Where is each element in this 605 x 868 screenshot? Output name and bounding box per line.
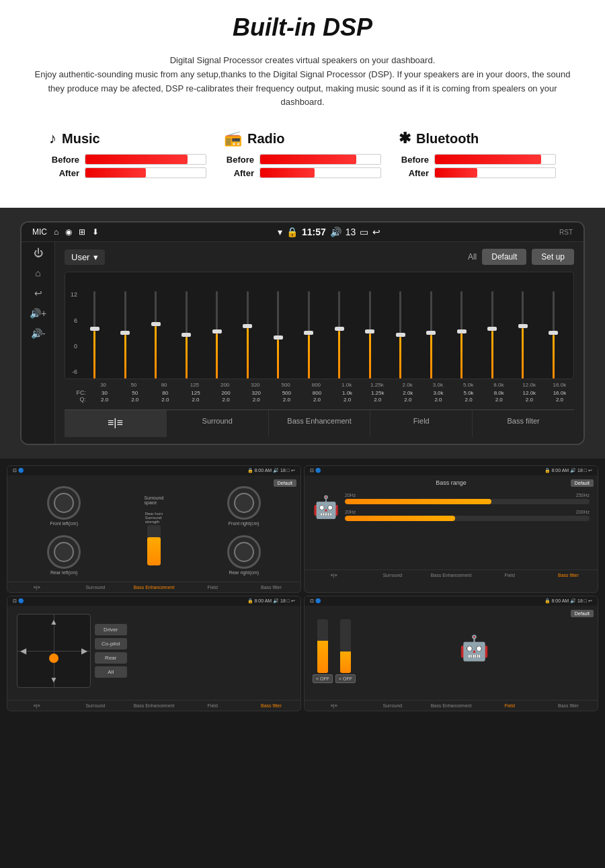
right-arrow-icon: ▶	[81, 646, 87, 656]
ss4-tab-surround[interactable]: Surround	[363, 701, 421, 711]
bass-range-labels-2: 20Hz 200Hz	[345, 510, 590, 514]
power-icon[interactable]: ⏻	[34, 247, 43, 258]
front-right-dial[interactable]	[227, 486, 261, 520]
bass-slider-track-1[interactable]	[317, 619, 328, 673]
field-btn-all[interactable]: All	[95, 666, 127, 678]
bass-range-default-btn[interactable]: Default	[571, 479, 594, 487]
fader-col-80[interactable]	[141, 291, 171, 379]
ss3-tab-eq[interactable]: ≡|≡	[7, 701, 66, 711]
after-bar-radio-fill	[260, 168, 315, 177]
ss3-tab-surround[interactable]: Surround	[66, 701, 124, 711]
bass-slider-track-2[interactable]	[340, 619, 351, 673]
back-sidebar-icon[interactable]: ↩	[34, 288, 42, 299]
tab-surround[interactable]: Surround	[167, 410, 269, 437]
fader-col-800[interactable]	[294, 291, 324, 379]
setup-button[interactable]: Set up	[532, 249, 574, 265]
bass-filter-content: < OFF < OFF 🤖	[310, 610, 592, 686]
fader-col-12.0k[interactable]	[508, 291, 538, 379]
vol-down-icon[interactable]: 🔊-	[31, 328, 46, 339]
ss2-tab-bass-enh[interactable]: Bass Enhancement	[421, 570, 480, 580]
fader-col-500[interactable]	[264, 291, 293, 379]
fader-handle-12.0k[interactable]	[518, 324, 528, 328]
fader-col-50[interactable]	[111, 291, 140, 379]
rear-horn-bar: Rear hornSurroundstrength	[145, 512, 163, 565]
ss1-tab-surround[interactable]: Surround	[66, 582, 124, 592]
bass-range-track-2[interactable]	[345, 516, 590, 521]
field-btn-driver[interactable]: Driver	[95, 624, 127, 635]
fader-col-30[interactable]	[80, 291, 110, 379]
ss2-tab-eq[interactable]: ≡|≡	[305, 570, 363, 580]
center-labels: Surroundspace Rear hornSurroundstrength	[145, 496, 164, 565]
ss1-tab-eq[interactable]: ≡|≡	[7, 582, 66, 592]
ss1-tab-field[interactable]: Field	[184, 582, 242, 592]
fader-col-3.0k[interactable]	[417, 291, 446, 379]
ss4-tab-bass-filter[interactable]: Bass filter	[539, 701, 598, 711]
tab-bass-filter[interactable]: Bass filter	[473, 410, 574, 437]
ss4-tab-field[interactable]: Field	[481, 701, 539, 711]
ss3-tab-bass-enh[interactable]: Bass Enhancement	[124, 701, 183, 711]
fader-handle-80[interactable]	[151, 322, 161, 326]
home-icon: ⌂	[54, 227, 58, 237]
fader-col-320[interactable]	[233, 291, 263, 379]
fader-handle-1.0k[interactable]	[335, 327, 344, 331]
fader-col-1.25k[interactable]	[356, 291, 385, 379]
tab-bass-enhancement[interactable]: Bass Enhancement	[269, 410, 371, 437]
fader-col-16.0k[interactable]	[539, 291, 569, 379]
tab-field[interactable]: Field	[370, 410, 473, 437]
tab-eq[interactable]: ≡|≡	[65, 410, 167, 437]
fader-handle-50[interactable]	[120, 331, 130, 335]
bass-off-btn-2[interactable]: < OFF	[335, 674, 356, 683]
fader-handle-2.0k[interactable]	[396, 333, 405, 337]
field-status-bar: ⊡ 🔵 🔒 8:00 AM 🔊 18 □ ↩	[7, 596, 300, 606]
ss3-tab-field[interactable]: Field	[184, 701, 242, 711]
field-btn-copilot[interactable]: Co-pilot	[95, 638, 127, 649]
front-left-label: Front left(cm)	[50, 521, 78, 526]
ss1-tab-bass-enh[interactable]: Bass Enhancement	[124, 582, 183, 592]
fader-handle-8.0k[interactable]	[487, 327, 497, 331]
fader-col-200[interactable]	[202, 291, 232, 379]
fader-handle-320[interactable]	[243, 324, 252, 328]
preset-selector[interactable]: User ▾	[65, 249, 105, 265]
ss2-tab-surround[interactable]: Surround	[363, 570, 421, 580]
fader-handle-30[interactable]	[90, 327, 99, 331]
fader-handle-800[interactable]	[304, 331, 313, 335]
bass-off-btn-1[interactable]: < OFF	[313, 674, 333, 683]
rear-left-dial[interactable]	[47, 535, 81, 569]
fader-col-2.0k[interactable]	[386, 291, 415, 379]
default-button[interactable]: Default	[482, 249, 526, 265]
bass-filter-default-btn[interactable]: Default	[571, 610, 594, 617]
fader-handle-200[interactable]	[212, 329, 222, 333]
sound-position-grid[interactable]: ▲ ▼ ◀ ▶	[17, 614, 91, 688]
bass-range-body: Default Bass range 🤖 20Hz 250Hz	[305, 475, 598, 569]
fader-fill-125	[186, 337, 188, 379]
fader-col-125[interactable]	[172, 291, 202, 379]
before-bar-music	[85, 154, 206, 165]
fader-col-1.0k[interactable]	[325, 291, 354, 379]
ss4-tab-eq[interactable]: ≡|≡	[305, 701, 363, 711]
field-btn-rear[interactable]: Rear	[95, 652, 127, 664]
front-left-dial[interactable]	[47, 486, 81, 520]
fc-val-3.0k: 3.0k	[424, 390, 452, 396]
fader-handle-500[interactable]	[274, 336, 283, 340]
ss4-tab-bass-enh[interactable]: Bass Enhancement	[421, 701, 480, 711]
fader-col-5.0k[interactable]	[447, 291, 477, 379]
rear-right-dial[interactable]	[227, 535, 261, 569]
freq-label-80: 80	[150, 382, 179, 388]
ss2-tab-field[interactable]: Field	[481, 570, 539, 580]
ss1-tab-bass-filter[interactable]: Bass filter	[242, 582, 300, 592]
vol-up-icon[interactable]: 🔊+	[30, 308, 46, 319]
home-sidebar-icon[interactable]: ⌂	[35, 268, 40, 278]
bass-range-track-1[interactable]	[345, 499, 590, 504]
fader-handle-1.25k[interactable]	[365, 329, 374, 333]
fader-handle-125[interactable]	[182, 333, 191, 337]
ss2-tab-bass-filter[interactable]: Bass filter	[539, 570, 598, 580]
q-val-125: 2.0	[181, 397, 210, 403]
fc-val-200: 200	[212, 390, 241, 396]
fader-handle-5.0k[interactable]	[457, 329, 467, 333]
bass-range-labels-1: 20Hz 250Hz	[345, 493, 590, 498]
fader-handle-16.0k[interactable]	[549, 331, 558, 335]
ss3-tab-bass-filter[interactable]: Bass filter	[242, 701, 300, 711]
fader-col-8.0k[interactable]	[478, 291, 508, 379]
fader-handle-3.0k[interactable]	[426, 331, 436, 335]
surround-default-btn[interactable]: Default	[274, 479, 296, 487]
